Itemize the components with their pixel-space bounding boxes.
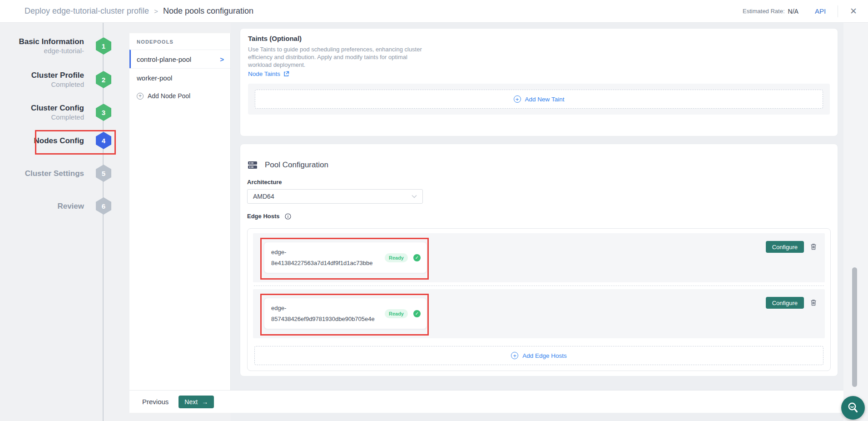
header-right: Estimated Rate: N/A API ✕: [743, 5, 857, 17]
nodepools-panel: NODEPOOLS control-plane-pool > worker-po…: [129, 33, 231, 390]
annotation-box-edge-host-1: edge- 8e41384227563a7d14df9f1d1ac73bbe R…: [260, 238, 429, 280]
step-cluster-config[interactable]: Cluster Config Completed 3: [31, 103, 111, 122]
step-title: Cluster Settings: [25, 169, 84, 178]
edge-host-row: edge- 8e41384227563a7d14df9f1d1ac73bbe R…: [253, 233, 825, 282]
previous-button[interactable]: Previous: [142, 398, 169, 406]
step-cluster-settings[interactable]: Cluster Settings 5: [25, 165, 111, 182]
external-link-icon: [283, 71, 289, 77]
pool-configuration-header: Pool Configuration: [247, 160, 831, 170]
edge-host-row: edge- 857438426ef9d9781930dbe90b705e4e R…: [253, 289, 825, 338]
estimated-rate-label: Estimated Rate:: [743, 8, 785, 15]
step-review[interactable]: Review 6: [57, 197, 111, 215]
step-number-badge: 4: [96, 132, 111, 149]
step-title: Review: [57, 201, 84, 211]
wizard-header: Deploy edge-tutorial-cluster profile > N…: [0, 0, 868, 23]
trash-icon[interactable]: [810, 243, 817, 250]
step-subtitle: Completed: [31, 80, 84, 89]
configure-button[interactable]: Configure: [766, 297, 804, 309]
step-cluster-profile[interactable]: Cluster Profile Completed 2: [31, 70, 111, 89]
taints-card: Taints (Optional) Use Taints to guide po…: [240, 28, 838, 136]
nodepools-heading: NODEPOOLS: [129, 33, 230, 50]
vertical-scrollbar[interactable]: [852, 267, 857, 387]
pool-configuration-card: Pool Configuration Architecture AMD64 Ed…: [240, 144, 838, 376]
server-icon: [247, 160, 258, 170]
edge-host-name: edge- 857438426ef9d9781930dbe90b705e4e: [271, 303, 375, 325]
nodepool-label: worker-pool: [137, 74, 172, 82]
host-row-divider: [254, 286, 824, 286]
breadcrumb-profile[interactable]: Deploy edge-tutorial-cluster profile: [25, 6, 149, 16]
nodepool-label: control-plane-pool: [137, 55, 191, 63]
step-title: Nodes Config: [34, 136, 84, 145]
node-taints-link[interactable]: Node Taints: [248, 70, 289, 77]
chevron-down-icon: [412, 195, 417, 198]
close-icon[interactable]: ✕: [850, 7, 857, 15]
deploy-cluster-wizard: Deploy edge-tutorial-cluster profile > N…: [0, 0, 868, 421]
step-title: Cluster Profile: [31, 70, 84, 80]
magnifier-smile-icon: [846, 401, 860, 415]
add-node-pool-label: Add Node Pool: [148, 92, 190, 100]
plus-circle-icon: +: [514, 95, 521, 103]
add-edge-hosts-label: Add Edge Hosts: [522, 352, 567, 359]
pool-configuration-title: Pool Configuration: [265, 160, 328, 170]
step-subtitle: Completed: [31, 113, 84, 122]
check-circle-icon: ✓: [413, 254, 421, 261]
add-node-pool-button[interactable]: + Add Node Pool: [129, 87, 230, 105]
taints-title: Taints (Optional): [248, 35, 830, 42]
add-new-taint-button[interactable]: + Add New Taint: [255, 90, 823, 109]
taints-description: Use Taints to guide pod scheduling prefe…: [248, 45, 830, 69]
trash-icon[interactable]: [810, 299, 817, 306]
support-chat-button[interactable]: [841, 396, 865, 420]
add-edge-hosts-button[interactable]: + Add Edge Hosts: [254, 346, 823, 365]
api-link[interactable]: API: [815, 7, 826, 15]
header-divider: [838, 5, 838, 17]
page-title: Node pools configuration: [163, 6, 253, 16]
edge-hosts-label-row: Edge Hosts: [247, 213, 831, 220]
chevron-right-icon: >: [220, 55, 224, 63]
step-basic-information[interactable]: Basic Information edge-tutorial- 1: [19, 37, 111, 55]
plus-circle-icon: +: [137, 93, 144, 100]
next-button[interactable]: Next →: [179, 396, 214, 408]
plus-circle-icon: +: [511, 352, 518, 359]
wizard-footer: Previous Next →: [129, 390, 843, 413]
architecture-select[interactable]: AMD64: [247, 189, 423, 204]
step-nodes-config[interactable]: Nodes Config 4: [34, 132, 112, 149]
nodepool-item-worker-pool[interactable]: worker-pool: [129, 68, 230, 87]
edge-host-name: edge- 8e41384227563a7d14df9f1d1ac73bbe: [271, 247, 372, 269]
info-icon[interactable]: [285, 213, 291, 220]
wizard-stepper: Basic Information edge-tutorial- 1 Clust…: [0, 23, 129, 421]
check-circle-icon: ✓: [413, 310, 421, 317]
arrow-right-icon: →: [202, 398, 208, 406]
configure-button[interactable]: Configure: [766, 241, 804, 253]
taints-empty-area: + Add New Taint: [248, 84, 830, 115]
step-number-badge: 6: [96, 197, 111, 215]
annotation-box-edge-host-2: edge- 857438426ef9d9781930dbe90b705e4e R…: [260, 294, 429, 336]
edge-hosts-label: Edge Hosts: [247, 213, 280, 220]
step-title: Cluster Config: [31, 103, 84, 113]
step-number-badge: 1: [96, 37, 111, 55]
nodepool-item-control-plane-pool[interactable]: control-plane-pool >: [129, 50, 230, 68]
step-subtitle: edge-tutorial-: [19, 46, 84, 55]
estimated-rate-value: N/A: [788, 8, 799, 15]
architecture-label: Architecture: [247, 179, 831, 185]
edge-host-select[interactable]: edge- 8e41384227563a7d14df9f1d1ac73bbe R…: [264, 242, 427, 273]
edge-host-select[interactable]: edge- 857438426ef9d9781930dbe90b705e4e R…: [264, 298, 427, 329]
edge-hosts-container: edge- 8e41384227563a7d14df9f1d1ac73bbe R…: [247, 228, 831, 371]
step-number-badge: 2: [96, 71, 111, 88]
status-badge: Ready: [385, 253, 408, 262]
breadcrumb-separator-icon: >: [154, 7, 158, 15]
step-number-badge: 5: [96, 165, 111, 182]
architecture-value: AMD64: [253, 193, 274, 200]
step-number-badge: 3: [96, 104, 111, 121]
add-new-taint-label: Add New Taint: [525, 96, 565, 103]
status-badge: Ready: [385, 309, 408, 318]
step-title: Basic Information: [19, 37, 84, 46]
breadcrumb: Deploy edge-tutorial-cluster profile > N…: [25, 6, 253, 16]
